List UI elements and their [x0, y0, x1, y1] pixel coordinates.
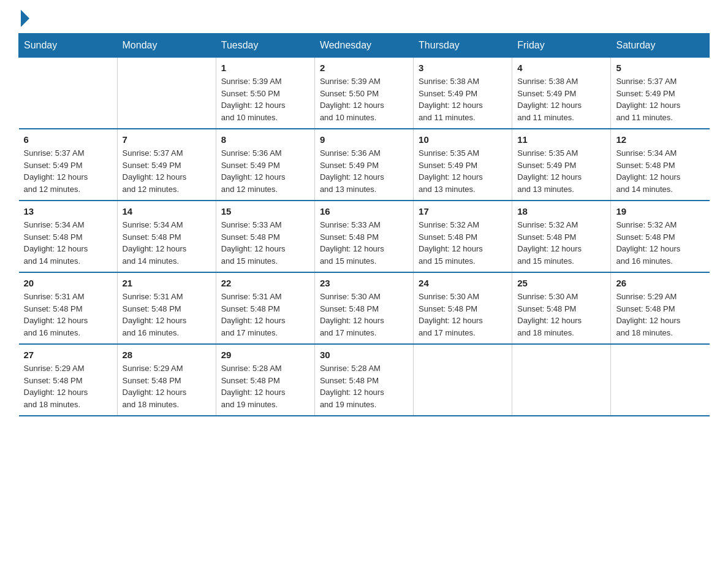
- day-info: Sunrise: 5:33 AMSunset: 5:48 PMDaylight:…: [320, 219, 408, 267]
- weekday-header-tuesday: Tuesday: [216, 34, 314, 58]
- day-info: Sunrise: 5:37 AMSunset: 5:49 PMDaylight:…: [123, 147, 211, 195]
- day-number: 16: [320, 206, 408, 216]
- day-number: 12: [616, 134, 704, 145]
- day-info: Sunrise: 5:32 AMSunset: 5:48 PMDaylight:…: [517, 219, 605, 267]
- day-info: Sunrise: 5:37 AMSunset: 5:49 PMDaylight:…: [24, 147, 112, 195]
- calendar-cell: 20Sunrise: 5:31 AMSunset: 5:48 PMDayligh…: [19, 272, 118, 344]
- calendar-cell: [117, 58, 216, 129]
- day-number: 9: [320, 134, 408, 145]
- calendar-cell: 12Sunrise: 5:34 AMSunset: 5:48 PMDayligh…: [611, 129, 710, 201]
- day-number: 10: [419, 134, 507, 145]
- calendar-cell: 19Sunrise: 5:32 AMSunset: 5:48 PMDayligh…: [611, 201, 710, 272]
- day-number: 23: [320, 278, 408, 288]
- calendar-cell: [512, 344, 611, 416]
- calendar-header-row: SundayMondayTuesdayWednesdayThursdayFrid…: [19, 34, 710, 58]
- weekday-header-saturday: Saturday: [611, 34, 710, 58]
- day-number: 26: [616, 278, 704, 288]
- day-info: Sunrise: 5:29 AMSunset: 5:48 PMDaylight:…: [616, 291, 704, 339]
- calendar-cell: 27Sunrise: 5:29 AMSunset: 5:48 PMDayligh…: [19, 344, 118, 416]
- day-number: 1: [221, 63, 309, 73]
- day-number: 6: [24, 134, 112, 145]
- day-number: 28: [123, 350, 211, 360]
- calendar-cell: 11Sunrise: 5:35 AMSunset: 5:49 PMDayligh…: [512, 129, 611, 201]
- calendar-cell: 22Sunrise: 5:31 AMSunset: 5:48 PMDayligh…: [216, 272, 314, 344]
- weekday-header-friday: Friday: [512, 34, 611, 58]
- logo-arrow-icon: [21, 10, 29, 27]
- day-number: 17: [419, 206, 507, 216]
- calendar-cell: 5Sunrise: 5:37 AMSunset: 5:49 PMDaylight…: [611, 58, 710, 129]
- calendar-cell: [414, 344, 512, 416]
- day-info: Sunrise: 5:32 AMSunset: 5:48 PMDaylight:…: [419, 219, 507, 267]
- day-number: 21: [123, 278, 211, 288]
- day-info: Sunrise: 5:38 AMSunset: 5:49 PMDaylight:…: [419, 75, 507, 123]
- calendar-cell: 2Sunrise: 5:39 AMSunset: 5:50 PMDaylight…: [314, 58, 413, 129]
- day-number: 4: [517, 63, 605, 73]
- day-info: Sunrise: 5:38 AMSunset: 5:49 PMDaylight:…: [517, 75, 605, 123]
- calendar-cell: 4Sunrise: 5:38 AMSunset: 5:49 PMDaylight…: [512, 58, 611, 129]
- day-number: 15: [221, 206, 309, 216]
- weekday-header-sunday: Sunday: [19, 34, 118, 58]
- day-info: Sunrise: 5:34 AMSunset: 5:48 PMDaylight:…: [123, 219, 211, 267]
- day-info: Sunrise: 5:31 AMSunset: 5:48 PMDaylight:…: [123, 291, 211, 339]
- calendar-cell: 6Sunrise: 5:37 AMSunset: 5:49 PMDaylight…: [19, 129, 118, 201]
- day-info: Sunrise: 5:39 AMSunset: 5:50 PMDaylight:…: [221, 75, 309, 123]
- day-info: Sunrise: 5:36 AMSunset: 5:49 PMDaylight:…: [320, 147, 408, 195]
- calendar-cell: 8Sunrise: 5:36 AMSunset: 5:49 PMDaylight…: [216, 129, 314, 201]
- day-number: 5: [616, 63, 704, 73]
- day-info: Sunrise: 5:34 AMSunset: 5:48 PMDaylight:…: [24, 219, 112, 267]
- calendar-cell: 7Sunrise: 5:37 AMSunset: 5:49 PMDaylight…: [117, 129, 216, 201]
- calendar-cell: 17Sunrise: 5:32 AMSunset: 5:48 PMDayligh…: [414, 201, 512, 272]
- day-number: 25: [517, 278, 605, 288]
- calendar-cell: 28Sunrise: 5:29 AMSunset: 5:48 PMDayligh…: [117, 344, 216, 416]
- calendar-cell: 16Sunrise: 5:33 AMSunset: 5:48 PMDayligh…: [314, 201, 413, 272]
- day-info: Sunrise: 5:29 AMSunset: 5:48 PMDaylight:…: [123, 362, 211, 410]
- day-number: 18: [517, 206, 605, 216]
- day-info: Sunrise: 5:35 AMSunset: 5:49 PMDaylight:…: [419, 147, 507, 195]
- day-number: 13: [24, 206, 112, 216]
- calendar-week-row: 20Sunrise: 5:31 AMSunset: 5:48 PMDayligh…: [19, 272, 710, 344]
- weekday-header-thursday: Thursday: [414, 34, 512, 58]
- day-number: 20: [24, 278, 112, 288]
- calendar-cell: 24Sunrise: 5:30 AMSunset: 5:48 PMDayligh…: [414, 272, 512, 344]
- day-info: Sunrise: 5:29 AMSunset: 5:48 PMDaylight:…: [24, 362, 112, 410]
- calendar-cell: 26Sunrise: 5:29 AMSunset: 5:48 PMDayligh…: [611, 272, 710, 344]
- day-number: 27: [24, 350, 112, 360]
- logo: [18, 12, 32, 27]
- calendar-cell: [611, 344, 710, 416]
- calendar-week-row: 6Sunrise: 5:37 AMSunset: 5:49 PMDaylight…: [19, 129, 710, 201]
- day-info: Sunrise: 5:31 AMSunset: 5:48 PMDaylight:…: [221, 291, 309, 339]
- calendar-cell: 3Sunrise: 5:38 AMSunset: 5:49 PMDaylight…: [414, 58, 512, 129]
- day-number: 14: [123, 206, 211, 216]
- calendar-cell: 25Sunrise: 5:30 AMSunset: 5:48 PMDayligh…: [512, 272, 611, 344]
- page-header: [18, 12, 710, 27]
- day-number: 22: [221, 278, 309, 288]
- calendar-week-row: 27Sunrise: 5:29 AMSunset: 5:48 PMDayligh…: [19, 344, 710, 416]
- calendar-week-row: 1Sunrise: 5:39 AMSunset: 5:50 PMDaylight…: [19, 58, 710, 129]
- day-info: Sunrise: 5:32 AMSunset: 5:48 PMDaylight:…: [616, 219, 704, 267]
- day-info: Sunrise: 5:36 AMSunset: 5:49 PMDaylight:…: [221, 147, 309, 195]
- day-number: 2: [320, 63, 408, 73]
- calendar-cell: 15Sunrise: 5:33 AMSunset: 5:48 PMDayligh…: [216, 201, 314, 272]
- day-info: Sunrise: 5:30 AMSunset: 5:48 PMDaylight:…: [419, 291, 507, 339]
- calendar-cell: 1Sunrise: 5:39 AMSunset: 5:50 PMDaylight…: [216, 58, 314, 129]
- weekday-header-wednesday: Wednesday: [314, 34, 413, 58]
- day-info: Sunrise: 5:30 AMSunset: 5:48 PMDaylight:…: [320, 291, 408, 339]
- calendar-cell: 10Sunrise: 5:35 AMSunset: 5:49 PMDayligh…: [414, 129, 512, 201]
- day-info: Sunrise: 5:37 AMSunset: 5:49 PMDaylight:…: [616, 75, 704, 123]
- calendar-cell: 30Sunrise: 5:28 AMSunset: 5:48 PMDayligh…: [314, 344, 413, 416]
- day-number: 30: [320, 350, 408, 360]
- day-number: 24: [419, 278, 507, 288]
- day-info: Sunrise: 5:28 AMSunset: 5:48 PMDaylight:…: [221, 362, 309, 410]
- day-info: Sunrise: 5:33 AMSunset: 5:48 PMDaylight:…: [221, 219, 309, 267]
- calendar-week-row: 13Sunrise: 5:34 AMSunset: 5:48 PMDayligh…: [19, 201, 710, 272]
- day-info: Sunrise: 5:34 AMSunset: 5:48 PMDaylight:…: [616, 147, 704, 195]
- calendar-cell: 9Sunrise: 5:36 AMSunset: 5:49 PMDaylight…: [314, 129, 413, 201]
- day-info: Sunrise: 5:28 AMSunset: 5:48 PMDaylight:…: [320, 362, 408, 410]
- day-info: Sunrise: 5:31 AMSunset: 5:48 PMDaylight:…: [24, 291, 112, 339]
- weekday-header-monday: Monday: [117, 34, 216, 58]
- calendar-cell: 29Sunrise: 5:28 AMSunset: 5:48 PMDayligh…: [216, 344, 314, 416]
- day-info: Sunrise: 5:30 AMSunset: 5:48 PMDaylight:…: [517, 291, 605, 339]
- day-number: 3: [419, 63, 507, 73]
- calendar-cell: 23Sunrise: 5:30 AMSunset: 5:48 PMDayligh…: [314, 272, 413, 344]
- day-number: 29: [221, 350, 309, 360]
